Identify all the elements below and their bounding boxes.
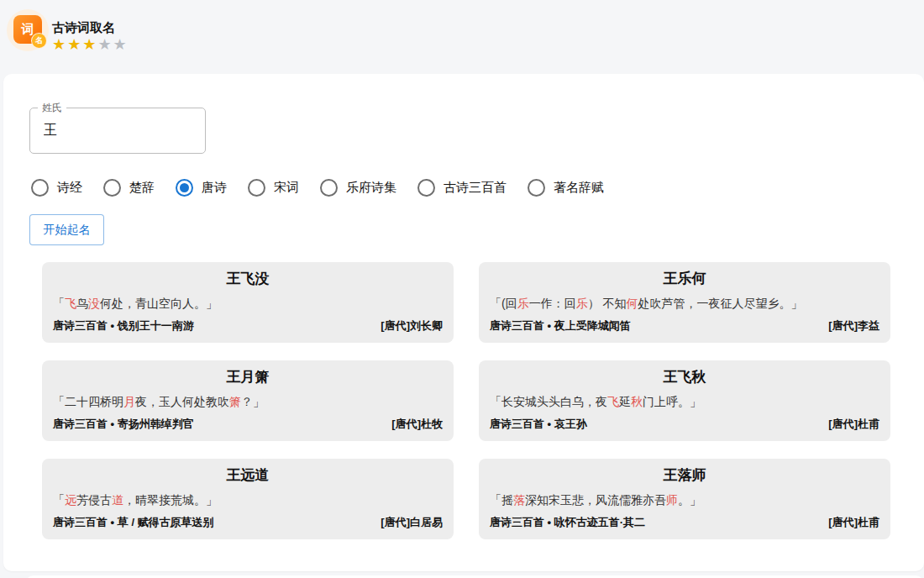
radio-icon[interactable] bbox=[103, 179, 121, 197]
radio-icon[interactable] bbox=[528, 179, 545, 197]
radio-option-label: 楚辞 bbox=[129, 180, 155, 196]
radio-option-label: 著名辞赋 bbox=[554, 180, 604, 196]
category-radio-option-4[interactable]: 宋词 bbox=[248, 179, 299, 197]
highlighted-char: 乐 bbox=[517, 297, 529, 310]
category-radio-option-2[interactable]: 楚辞 bbox=[103, 179, 155, 197]
star-icon: ★ bbox=[52, 36, 67, 53]
poem-author: [唐代]杜牧 bbox=[391, 417, 443, 432]
poem-quote: 「远芳侵古道，晴翠接荒城。」 bbox=[53, 492, 443, 507]
star-icon: ★ bbox=[82, 36, 97, 53]
radio-icon[interactable] bbox=[417, 179, 435, 197]
poem-meta: 唐诗三百首 • 寄扬州韩绰判官 [唐代]杜牧 bbox=[53, 417, 443, 432]
poem-source: 唐诗三百首 • 饯别王十一南游 bbox=[53, 318, 194, 334]
category-radio-option-1[interactable]: 诗经 bbox=[31, 179, 82, 197]
highlighted-char: 落 bbox=[513, 493, 525, 507]
radio-option-label: 乐府诗集 bbox=[346, 180, 396, 196]
start-naming-button[interactable]: 开始起名 bbox=[29, 214, 104, 245]
candidate-name: 王乐何 bbox=[490, 271, 879, 287]
poem-quote: 「摇落深知宋玉悲，风流儒雅亦吾师。」 bbox=[490, 492, 879, 507]
highlighted-char: 师 bbox=[666, 493, 678, 507]
poem-source: 唐诗三百首 • 哀王孙 bbox=[490, 417, 587, 432]
surname-field: 姓氏 bbox=[29, 108, 206, 154]
star-icon: ★ bbox=[113, 36, 129, 53]
category-radio-option-3[interactable]: 唐诗 bbox=[176, 179, 227, 197]
highlighted-char: 远 bbox=[65, 493, 76, 507]
poem-author: [唐代]杜甫 bbox=[828, 417, 879, 432]
page-title: 古诗词取名 bbox=[52, 20, 115, 36]
app-logo-badge-icon: 名 bbox=[32, 34, 46, 48]
poem-meta: 唐诗三百首 • 草 / 赋得古原草送别 [唐代]白居易 bbox=[53, 515, 443, 530]
highlighted-char: 飞 bbox=[65, 297, 76, 310]
radio-option-label: 宋词 bbox=[274, 180, 299, 196]
highlighted-char: 乐 bbox=[576, 297, 588, 310]
radio-icon[interactable] bbox=[176, 179, 193, 197]
radio-icon[interactable] bbox=[31, 179, 49, 197]
category-radio-group: 诗经 楚辞 唐诗 宋词 乐府诗集 古诗三百首 著名辞赋 bbox=[31, 176, 604, 199]
radio-option-label: 古诗三百首 bbox=[444, 180, 507, 196]
highlighted-char: 何 bbox=[627, 297, 638, 310]
poem-meta: 唐诗三百首 • 哀王孙 [唐代]杜甫 bbox=[490, 417, 879, 432]
poem-author: [唐代]李益 bbox=[828, 318, 879, 334]
main-panel: 姓氏 诗经 楚辞 唐诗 宋词 乐府诗集 古诗三百首 著名辞赋 开始起名 王飞没 … bbox=[3, 74, 924, 571]
star-icon: ★ bbox=[97, 36, 113, 53]
radio-icon[interactable] bbox=[248, 179, 265, 197]
radio-option-label: 诗经 bbox=[57, 180, 82, 196]
candidate-name: 王远道 bbox=[53, 467, 443, 484]
category-radio-option-6[interactable]: 古诗三百首 bbox=[417, 179, 507, 197]
highlighted-char: 秋 bbox=[631, 395, 643, 408]
poem-quote: 「飞鸟没何处，青山空向人。」 bbox=[53, 296, 443, 311]
highlighted-char: 飞 bbox=[607, 395, 619, 408]
result-card-1: 王飞没 「飞鸟没何处，青山空向人。」 唐诗三百首 • 饯别王十一南游 [唐代]刘… bbox=[42, 262, 454, 343]
poem-source: 唐诗三百首 • 寄扬州韩绰判官 bbox=[53, 417, 194, 432]
poem-quote: 「二十四桥明月夜，玉人何处教吹箫？」 bbox=[53, 394, 443, 409]
results-grid: 王飞没 「飞鸟没何处，青山空向人。」 唐诗三百首 • 饯别王十一南游 [唐代]刘… bbox=[42, 262, 890, 539]
app-logo-icon: 词 名 bbox=[7, 9, 49, 51]
poem-meta: 唐诗三百首 • 咏怀古迹五首·其二 [唐代]杜甫 bbox=[490, 515, 879, 530]
result-card-3: 王月箫 「二十四桥明月夜，玉人何处教吹箫？」 唐诗三百首 • 寄扬州韩绰判官 [… bbox=[42, 360, 454, 441]
category-radio-option-5[interactable]: 乐府诗集 bbox=[320, 179, 396, 197]
highlighted-char: 月 bbox=[123, 395, 135, 408]
candidate-name: 王月箫 bbox=[53, 369, 443, 386]
rating-stars: ★★★★★ bbox=[52, 36, 129, 53]
poem-source: 唐诗三百首 • 夜上受降城闻笛 bbox=[490, 318, 631, 334]
poem-quote: 「(回乐一作：回乐） 不知何处吹芦管，一夜征人尽望乡。」 bbox=[490, 296, 879, 311]
result-card-4: 王飞秋 「长安城头头白乌，夜飞延秋门上呼。」 唐诗三百首 • 哀王孙 [唐代]杜… bbox=[479, 360, 890, 441]
candidate-name: 王落师 bbox=[490, 467, 879, 484]
highlighted-char: 道 bbox=[112, 493, 123, 507]
poem-meta: 唐诗三百首 • 夜上受降城闻笛 [唐代]李益 bbox=[490, 318, 879, 334]
candidate-name: 王飞秋 bbox=[490, 369, 879, 386]
radio-option-label: 唐诗 bbox=[202, 180, 227, 196]
app-header: 词 名 古诗词取名 ★★★★★ bbox=[0, 0, 924, 74]
category-radio-option-7[interactable]: 著名辞赋 bbox=[528, 179, 604, 197]
poem-author: [唐代]杜甫 bbox=[828, 515, 879, 530]
highlighted-char: 没 bbox=[88, 297, 100, 310]
highlighted-char: 箫 bbox=[229, 395, 241, 408]
surname-input[interactable] bbox=[30, 108, 205, 153]
poem-author: [唐代]刘长卿 bbox=[381, 318, 443, 334]
result-card-2: 王乐何 「(回乐一作：回乐） 不知何处吹芦管，一夜征人尽望乡。」 唐诗三百首 •… bbox=[479, 262, 890, 343]
poem-quote: 「长安城头头白乌，夜飞延秋门上呼。」 bbox=[490, 394, 879, 409]
poem-source: 唐诗三百首 • 草 / 赋得古原草送别 bbox=[53, 515, 214, 530]
poem-meta: 唐诗三百首 • 饯别王十一南游 [唐代]刘长卿 bbox=[53, 318, 443, 334]
poem-author: [唐代]白居易 bbox=[381, 515, 443, 530]
poem-source: 唐诗三百首 • 咏怀古迹五首·其二 bbox=[490, 515, 645, 530]
radio-icon[interactable] bbox=[320, 179, 338, 197]
result-card-6: 王落师 「摇落深知宋玉悲，风流儒雅亦吾师。」 唐诗三百首 • 咏怀古迹五首·其二… bbox=[479, 459, 890, 539]
result-card-5: 王远道 「远芳侵古道，晴翠接荒城。」 唐诗三百首 • 草 / 赋得古原草送别 [… bbox=[42, 459, 454, 539]
candidate-name: 王飞没 bbox=[53, 271, 443, 287]
star-icon: ★ bbox=[67, 36, 82, 53]
